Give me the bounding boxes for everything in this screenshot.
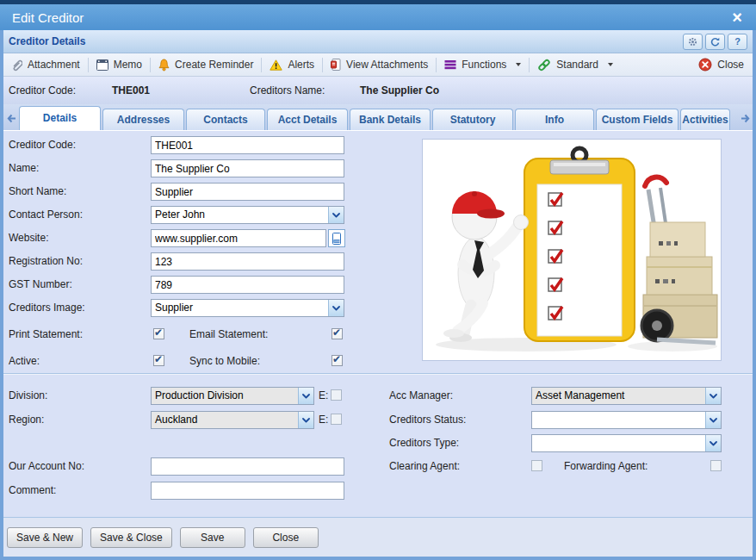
email-statement-label: Email Statement: — [189, 326, 268, 344]
active-label: Active: — [9, 352, 40, 370]
alerts-label: Alerts — [288, 59, 314, 71]
tab-scroll-right[interactable] — [737, 107, 753, 130]
region-label: Region: — [9, 411, 44, 429]
website-input[interactable] — [151, 229, 326, 247]
link-icon — [537, 59, 551, 72]
chevron-down-icon[interactable] — [298, 412, 313, 428]
menu-bars-icon — [444, 59, 456, 70]
chevron-down-icon[interactable] — [705, 435, 721, 451]
chevron-down-icon[interactable] — [705, 388, 721, 404]
window-frame: Creditor Details ? Attachment Memo Creat… — [0, 30, 756, 560]
view-attachments-button[interactable]: View Attachments — [331, 59, 428, 71]
creditor-code-label: Creditor Code: — [9, 136, 76, 154]
creditors-image-value: Supplier — [152, 300, 328, 316]
creditors-status-select[interactable] — [531, 411, 722, 429]
clearing-agent-label: Clearing Agent: — [389, 457, 460, 476]
contact-person-select[interactable]: Peter John — [151, 206, 344, 224]
tab-details[interactable]: Details — [19, 106, 101, 130]
toolbar-separator — [436, 58, 437, 72]
chevron-down-icon[interactable] — [705, 412, 721, 428]
functions-menu-button[interactable]: Functions — [444, 59, 521, 71]
tab-statutory[interactable]: Statutory — [432, 109, 513, 130]
toolbar-separator — [529, 58, 530, 72]
record-name-value: The Supplier Co — [360, 77, 439, 104]
classification-section: Division: Production Division E: Acc Man… — [3, 373, 753, 518]
alerts-button[interactable]: Alerts — [270, 59, 314, 71]
creditors-image-select[interactable]: Supplier — [151, 299, 344, 317]
email-statement-checkbox[interactable] — [332, 328, 343, 339]
chevron-down-icon — [608, 63, 613, 66]
save-button[interactable]: Save — [180, 527, 245, 548]
window-title: Edit Creditor — [12, 10, 84, 25]
toolbar-close-label: Close — [717, 59, 744, 71]
help-button[interactable]: ? — [728, 34, 747, 50]
toolbar-separator — [261, 58, 262, 72]
toolbar-close-button[interactable]: Close — [698, 58, 744, 72]
tab-custom-fields[interactable]: Custom Fields — [596, 109, 679, 130]
creditors-type-select[interactable] — [531, 434, 722, 452]
supplier-illustration — [423, 140, 721, 360]
creditors-image-label: Creditors Image: — [9, 299, 85, 317]
our-account-no-label: Our Account No: — [9, 457, 84, 476]
registration-no-input[interactable] — [151, 252, 344, 271]
refresh-icon — [710, 37, 720, 47]
comment-input[interactable] — [151, 482, 344, 500]
create-reminder-button[interactable]: Create Reminder — [158, 59, 253, 72]
refresh-button[interactable] — [705, 34, 725, 50]
record-header: Creditor Code: THE001 Creditors Name: Th… — [3, 77, 753, 105]
creditors-status-value — [532, 412, 705, 428]
close-red-icon — [698, 58, 712, 72]
save-and-new-button[interactable]: Save & New — [7, 527, 83, 548]
region-e-checkbox[interactable] — [331, 414, 342, 425]
tab-contacts[interactable]: Contacts — [186, 109, 265, 130]
print-statement-label: Print Statement: — [9, 326, 83, 344]
name-input[interactable] — [151, 159, 344, 177]
record-name-label: Creditors Name: — [250, 77, 325, 104]
short-name-input[interactable] — [151, 183, 344, 201]
tab-info[interactable]: Info — [515, 109, 594, 130]
chevron-down-icon[interactable] — [328, 300, 344, 316]
our-account-no-input[interactable] — [151, 457, 344, 476]
save-and-close-button[interactable]: Save & Close — [90, 527, 172, 548]
print-statement-checkbox[interactable] — [153, 328, 164, 339]
panel-header: Creditor Details ? — [3, 30, 753, 53]
attachment-button[interactable]: Attachment — [10, 59, 80, 72]
creditor-image-panel — [422, 139, 722, 361]
division-e-checkbox[interactable] — [331, 389, 342, 401]
svg-text:www: www — [334, 240, 341, 243]
edit-creditor-window: Edit Creditor × Creditor Details ? Attac… — [0, 0, 756, 560]
functions-label: Functions — [462, 59, 506, 71]
settings-button[interactable] — [683, 34, 703, 50]
tab-acct-details[interactable]: Acct Details — [267, 109, 348, 130]
sync-to-mobile-checkbox[interactable] — [332, 355, 343, 366]
close-icon[interactable]: × — [732, 9, 742, 26]
region-select[interactable]: Auckland — [151, 411, 314, 429]
tab-addresses[interactable]: Addresses — [102, 109, 184, 130]
creditor-code-input[interactable] — [151, 136, 344, 154]
chevron-down-icon[interactable] — [298, 388, 313, 404]
creditors-status-label: Creditors Status: — [389, 411, 466, 429]
tab-activities[interactable]: Activities — [680, 109, 730, 130]
clearing-agent-checkbox[interactable] — [531, 460, 542, 471]
division-value: Production Division — [152, 388, 298, 404]
forwarding-agent-checkbox[interactable] — [710, 460, 722, 471]
tab-scroll-left[interactable] — [3, 107, 19, 130]
acc-manager-select[interactable]: Asset Management — [531, 387, 722, 405]
active-checkbox[interactable] — [153, 355, 164, 366]
standard-label: Standard — [556, 59, 598, 71]
arrow-left-icon — [7, 114, 16, 123]
division-select[interactable]: Production Division — [151, 387, 314, 405]
creditors-type-row: Creditors Type: — [3, 434, 753, 452]
standard-menu-button[interactable]: Standard — [537, 59, 613, 72]
tab-bank-details[interactable]: Bank Details — [350, 109, 431, 130]
tab-strip: Details Addresses Contacts Acct Details … — [3, 104, 753, 130]
memo-button[interactable]: Memo — [96, 59, 142, 71]
toolbar-separator — [88, 58, 89, 72]
open-website-button[interactable]: www — [328, 229, 345, 247]
registration-no-label: Registration No: — [9, 252, 83, 271]
creditors-type-label: Creditors Type: — [389, 434, 459, 452]
close-button[interactable]: Close — [253, 527, 319, 548]
gst-number-input[interactable] — [151, 276, 344, 294]
website-label: Website: — [9, 229, 48, 247]
chevron-down-icon[interactable] — [328, 207, 344, 223]
